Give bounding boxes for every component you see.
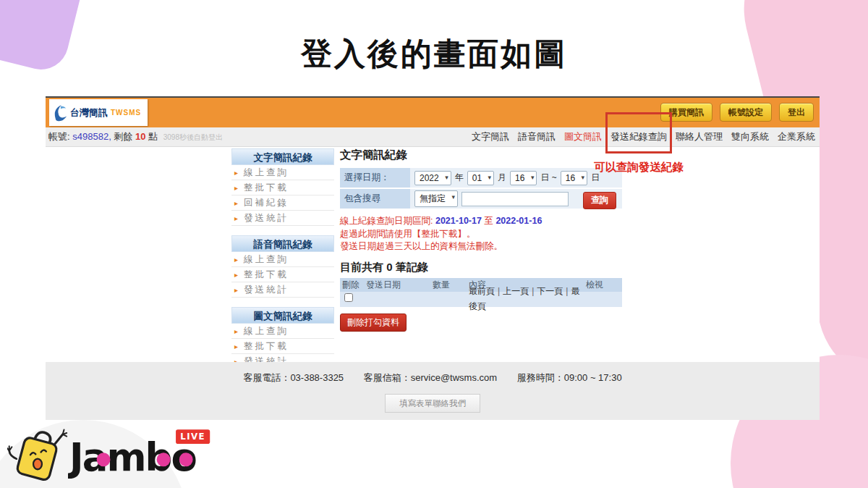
hours-label: 服務時間： <box>517 372 564 383</box>
bullet-icon: ▸ <box>234 195 238 211</box>
day-to-select[interactable]: 16 <box>561 171 587 185</box>
nav-bar: 帳號: s498582, 剩餘 10 點 3098秒後自動登出 文字簡訊 語音簡… <box>46 127 820 147</box>
sidebar-item-label: 回補紀錄 <box>244 198 289 208</box>
phone-label: 客服電話： <box>243 372 290 383</box>
phone-value: 03-388-3325 <box>290 372 344 383</box>
sidebar-item-batch-download[interactable]: ▸整批下載 <box>231 339 334 354</box>
year-unit: 年 <box>455 172 464 184</box>
points-unit: 點 <box>148 131 158 142</box>
service-hours: 服務時間：09:00 ~ 17:30 <box>517 372 622 383</box>
sidebar-item-resend-records[interactable]: ▸回補紀錄 <box>231 195 334 211</box>
bullet-icon: ▸ <box>234 165 238 180</box>
account-info: 帳號: s498582, 剩餘 10 點 3098秒後自動登出 <box>48 127 223 147</box>
nav-item-send-history[interactable]: 發送紀錄查詢 可以查詢發送紀錄 <box>610 127 667 146</box>
bullet-icon: ▸ <box>234 211 238 226</box>
date-row: 選擇日期： 2022 年 01 月 16 日 ~ 16 日 <box>340 168 622 189</box>
record-checkbox[interactable] <box>344 293 353 302</box>
delete-checked-button[interactable]: 刪除打勾資料 <box>340 314 407 332</box>
jambo-dot <box>97 453 111 466</box>
logo-swoosh-icon <box>52 104 68 122</box>
record-count: 目前共有 0 筆記錄 <box>340 261 622 274</box>
contact-info: 客服電話：03-388-3325 客服信箱：service@twsms.com … <box>46 362 820 384</box>
brand-logo[interactable]: 台灣簡訊 TWSMS <box>49 99 148 126</box>
buy-sms-button[interactable]: 購買簡訊 <box>660 103 712 122</box>
page-header: 台灣簡訊 TWSMS 購買簡訊 帳號設定 登出 <box>46 98 820 127</box>
sidebar: 文字簡訊紀錄 ▸線上查詢 ▸整批下載 ▸回補紀錄 ▸發送統計 語音簡訊紀錄 ▸線… <box>231 148 334 379</box>
search-input[interactable] <box>461 192 569 206</box>
sidebar-section-title: 語音簡訊紀錄 <box>231 235 334 252</box>
col-send-date: 發送日期 <box>366 278 433 292</box>
month-unit: 月 <box>498 172 506 184</box>
sidebar-item-label: 線上查詢 <box>244 326 289 336</box>
jambo-logo: Jambo LIVE <box>7 424 213 488</box>
notice-text: 線上紀錄查詢日期區間: 2021-10-17 至 2022-01-16 超過此期… <box>340 215 622 253</box>
logout-button[interactable]: 登出 <box>779 103 814 122</box>
account-settings-button[interactable]: 帳號設定 <box>720 103 772 122</box>
pagination-first[interactable]: 最前頁 <box>469 286 495 296</box>
page-footer: 客服電話：03-388-3325 客服信箱：service@twsms.com … <box>46 362 820 420</box>
header-button-group: 購買簡訊 帳號設定 登出 <box>660 103 814 122</box>
contact-form-button[interactable]: 填寫表單聯絡我們 <box>385 394 480 413</box>
nav-item-text-sms[interactable]: 文字簡訊 <box>472 127 509 146</box>
account-label: 帳號: <box>48 131 70 142</box>
jambo-mascot-icon <box>7 424 68 488</box>
query-form: 選擇日期： 2022 年 01 月 16 日 ~ 16 日 包含搜尋 無指定 查 <box>340 168 622 210</box>
col-delete: 刪除 <box>340 278 366 292</box>
bullet-icon: ▸ <box>234 180 238 195</box>
nav-item-contacts[interactable]: 聯絡人管理 <box>676 127 723 146</box>
sidebar-item-label: 整批下載 <box>244 182 289 193</box>
sidebar-item-label: 線上查詢 <box>244 167 289 177</box>
range-to-date: 2022-01-16 <box>495 216 542 226</box>
day-from-select[interactable]: 16 <box>510 171 537 185</box>
brand-name-en: TWSMS <box>111 109 141 117</box>
bullet-icon: ▸ <box>234 324 238 339</box>
table-row: 最前頁|上一頁|下一頁|最後頁 <box>340 292 622 307</box>
sidebar-section-mms-records: 圖文簡訊紀錄 ▸線上查詢 ▸整批下載 ▸發送統計 <box>231 307 334 369</box>
sidebar-item-send-stats[interactable]: ▸發送統計 <box>231 282 334 298</box>
jambo-dot <box>157 453 171 466</box>
sidebar-item-online-query[interactable]: ▸線上查詢 <box>231 252 334 267</box>
date-label: 選擇日期： <box>340 168 410 188</box>
sidebar-item-label: 線上查詢 <box>244 254 289 264</box>
content-title: 文字簡訊紀錄 <box>340 148 622 163</box>
col-quantity: 數量 <box>433 278 469 292</box>
sidebar-item-send-stats[interactable]: ▸發送統計 <box>231 211 334 226</box>
records-table: 刪除 發送日期 數量 內容 檢視 最前頁|上一頁|下一頁|最後頁 <box>340 278 622 307</box>
pagination-next[interactable]: 下一頁 <box>537 286 563 296</box>
email-value: service@twsms.com <box>411 372 497 383</box>
live-badge-text: LIVE <box>180 432 205 442</box>
range-mid: 至 <box>484 216 493 226</box>
main-content: 文字簡訊紀錄 選擇日期： 2022 年 01 月 16 日 ~ 16 日 包含搜… <box>340 148 622 332</box>
bullet-icon: ▸ <box>234 339 238 354</box>
annotation-callout: 可以查詢發送紀錄 <box>594 158 684 177</box>
pagination-separator: | <box>566 286 568 296</box>
sidebar-item-label: 發送統計 <box>244 213 289 223</box>
sidebar-item-online-query[interactable]: ▸線上查詢 <box>231 324 334 339</box>
bullet-icon: ▸ <box>234 267 238 282</box>
brand-name: 台灣簡訊 <box>70 106 108 119</box>
day-from-unit: 日 ~ <box>540 172 556 184</box>
nav-item-two-way[interactable]: 雙向系統 <box>731 127 769 146</box>
slide-title: 登入後的畫面如圖 <box>0 33 868 75</box>
pagination-prev[interactable]: 上一頁 <box>503 286 529 296</box>
points-value: 10 <box>135 131 145 142</box>
jambo-wordmark: Jambo LIVE <box>68 429 213 483</box>
remaining-label: 剩餘 <box>114 131 132 142</box>
range-prefix: 線上紀錄查詢日期區間: <box>340 216 433 226</box>
account-id: s498582, <box>72 131 111 142</box>
bullet-icon: ▸ <box>234 252 238 267</box>
nav-item-voice-sms[interactable]: 語音簡訊 <box>518 127 556 146</box>
nav-item-enterprise[interactable]: 企業系統 <box>778 127 815 146</box>
sidebar-item-batch-download[interactable]: ▸整批下載 <box>231 267 334 282</box>
nav-item-send-history-label: 發送紀錄查詢 <box>610 131 667 142</box>
search-type-select[interactable]: 無指定 <box>414 190 458 207</box>
sidebar-item-online-query[interactable]: ▸線上查詢 <box>231 165 334 180</box>
sidebar-section-voice-records: 語音簡訊紀錄 ▸線上查詢 ▸整批下載 ▸發送統計 <box>231 235 334 298</box>
nav-item-mms[interactable]: 圖文簡訊 <box>564 127 602 146</box>
sidebar-section-title: 文字簡訊紀錄 <box>231 148 334 165</box>
sidebar-item-batch-download[interactable]: ▸整批下載 <box>231 180 334 195</box>
month-select[interactable]: 01 <box>467 171 494 185</box>
year-select[interactable]: 2022 <box>414 171 451 185</box>
query-button[interactable]: 查詢 <box>583 192 616 209</box>
range-from-date: 2021-10-17 <box>435 216 482 226</box>
